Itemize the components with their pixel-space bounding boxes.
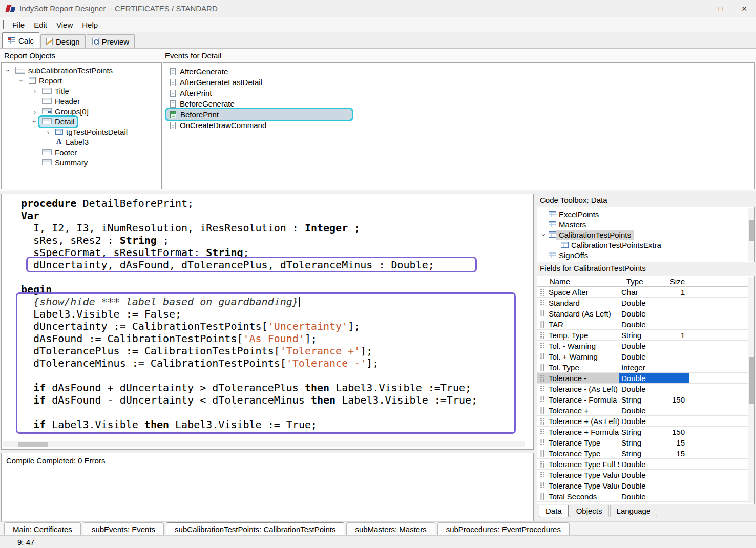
field-row-tolerance-formula[interactable]: Tolerance - FormulaString150 [537, 394, 748, 405]
chevron-right-icon[interactable]: › [44, 128, 53, 136]
drag-handle-icon[interactable] [540, 429, 545, 435]
chevron-right-icon[interactable]: › [30, 107, 39, 116]
drag-handle-icon[interactable] [540, 418, 545, 425]
chevron-right-icon[interactable]: › [30, 87, 39, 95]
field-name-cell: Tolerance Type Value [537, 480, 619, 491]
minimize-button[interactable]: ─ [685, 0, 709, 17]
drag-handle-icon[interactable] [540, 493, 545, 500]
scrollbar-thumb[interactable] [749, 220, 754, 241]
document-tab-submasters-masters[interactable]: subMasters: Masters [346, 522, 435, 535]
toolbox-item-masters[interactable]: Masters [537, 219, 754, 229]
menu-help[interactable]: Help [77, 18, 102, 31]
toolbox-tab-objects[interactable]: Objects [570, 505, 609, 517]
field-row-tolerance-type-value[interactable]: Tolerance Type ValueDouble [537, 480, 748, 491]
toolbox-tab-language[interactable]: Language [610, 505, 658, 517]
field-row-tolerance-type[interactable]: Tolerance TypeString15 [537, 448, 748, 459]
toolbox-item-signoffs[interactable]: SignOffs [537, 250, 754, 260]
chevron-down-icon[interactable]: › [31, 117, 39, 126]
tree-item-report[interactable]: ›Report [2, 75, 161, 86]
field-row-standard-as-left[interactable]: Standard (As Left)Double [537, 308, 748, 319]
tree-item-detail[interactable]: ›Detail [2, 116, 161, 127]
event-item-oncreatedrawcommand[interactable]: OnCreateDrawCommand [163, 120, 754, 131]
field-row-space-after[interactable]: Space AfterChar1 [537, 287, 748, 298]
event-item-beforegenerate[interactable]: BeforeGenerate [163, 98, 754, 109]
tree-item-title[interactable]: ›Title [2, 86, 161, 96]
drag-handle-icon[interactable] [540, 353, 545, 360]
drag-handle-icon[interactable] [540, 310, 545, 317]
fields-scrollbar[interactable] [748, 277, 754, 503]
event-item-aftergeneratelastdetail[interactable]: AfterGenerateLastDetail [163, 77, 754, 88]
code-horizontal-scrollbar[interactable] [3, 441, 525, 447]
drag-handle-icon[interactable] [540, 407, 545, 414]
drag-handle-icon[interactable] [540, 450, 545, 457]
document-tab-subcalibrationtestpoints-calibrationtestpoints[interactable]: subCalibrationTestPoints: CalibrationTes… [166, 522, 344, 535]
event-item-aftergenerate[interactable]: AfterGenerate [163, 66, 754, 77]
drag-handle-icon[interactable] [540, 482, 545, 489]
menu-edit[interactable]: Edit [29, 18, 52, 31]
field-row-tolerance-as-left[interactable]: Tolerance + (As Left)Double [537, 416, 748, 427]
tree-item-tgtestpointsdetail[interactable]: ›tgTestPointsDetail [2, 127, 161, 137]
drag-handle-icon[interactable] [540, 439, 545, 446]
close-button[interactable]: ✕ [732, 0, 756, 17]
chevron-down-icon[interactable]: › [540, 230, 549, 239]
tree-item-subcalibrationtestpoints[interactable]: ›subCalibrationTestPoints [2, 65, 161, 75]
scrollbar-thumb[interactable] [749, 357, 754, 404]
tree-item-header[interactable]: Header [2, 96, 161, 106]
tree-item-summary[interactable]: Summary [2, 157, 161, 167]
field-row-total-seconds[interactable]: Total SecondsDouble [537, 491, 748, 502]
toolbox-item-excelpoints[interactable]: ExcelPoints [537, 209, 754, 219]
menu-file[interactable]: File [8, 18, 29, 31]
toolbox-item-calibrationtestpointsextra[interactable]: CalibrationTestPointsExtra [537, 240, 754, 250]
document-tab-main-certificates[interactable]: Main: Certificates [4, 522, 81, 535]
drag-handle-icon[interactable] [540, 375, 545, 382]
tree-item-label3[interactable]: Label3 [2, 137, 161, 147]
tree-item-footer[interactable]: Footer [2, 147, 161, 157]
field-row-tolerance-formula[interactable]: Tolerance + FormulaString150 [537, 427, 748, 437]
drag-handle-icon[interactable] [540, 396, 545, 403]
field-row-temp-type[interactable]: Temp. TypeString1 [537, 330, 748, 341]
field-row-tar[interactable]: TARDouble [537, 319, 748, 330]
drag-handle-icon[interactable] [540, 343, 545, 349]
column-header-type[interactable]: Type [619, 276, 666, 286]
drag-handle-icon[interactable] [540, 321, 545, 328]
drag-handle-icon[interactable] [540, 386, 545, 392]
tab-calc[interactable]: Calc [2, 32, 39, 48]
field-row-tolerance-type-value[interactable]: Tolerance Type ValueDouble [537, 470, 748, 480]
field-type-cell: Double [619, 373, 666, 383]
field-row-tolerance-as-left[interactable]: Tolerance - (As Left)Double [537, 384, 748, 394]
code-editor[interactable]: procedure DetailBeforePrint;Var I, I2, I… [1, 194, 534, 450]
drag-handle-icon[interactable] [540, 289, 545, 296]
field-row-tol-warning[interactable]: Tol. - WarningDouble [537, 341, 748, 351]
chevron-down-icon[interactable]: › [17, 76, 26, 85]
toolbox-item-calibrationtestpoints[interactable]: ›CalibrationTestPoints [537, 229, 754, 240]
field-row-tolerance[interactable]: Tolerance +Double [537, 405, 748, 416]
drag-handle-icon[interactable] [540, 472, 545, 478]
maximize-button[interactable]: □ [709, 0, 732, 17]
field-row-tolerance-type[interactable]: Tolerance TypeString15 [537, 437, 748, 448]
toolbox-tab-data[interactable]: Data [539, 505, 569, 517]
field-row-tolerance-type-full-sc[interactable]: Tolerance Type Full ScDouble [537, 459, 748, 470]
document-tab-subprocedures-eventprocedures[interactable]: subProcedures: EventProcedures [437, 522, 570, 535]
event-item-afterprint[interactable]: AfterPrint [163, 88, 754, 98]
menu-view[interactable]: View [52, 18, 77, 31]
event-item-beforeprint[interactable]: BeforePrint [163, 109, 754, 120]
code-content[interactable]: procedure DetailBeforePrint;Var I, I2, I… [2, 197, 533, 431]
tree-item-groups-0[interactable]: ›Groups[0] [2, 106, 161, 116]
column-header-size[interactable]: Size [666, 276, 689, 286]
field-row-standard[interactable]: StandardDouble [537, 298, 748, 308]
tab-preview[interactable]: Preview [87, 34, 135, 48]
chevron-down-icon[interactable]: › [4, 66, 13, 75]
drag-handle-icon[interactable] [540, 332, 545, 339]
field-row-tol-type[interactable]: Tol. TypeInteger [537, 362, 748, 373]
document-tab-subevents-events[interactable]: subEvents: Events [83, 522, 164, 535]
scrollbar-thumb[interactable] [18, 442, 48, 447]
drag-handle-icon[interactable] [540, 300, 545, 306]
field-row-tol-warning[interactable]: Tol. + WarningDouble [537, 351, 748, 362]
field-row-tolerance[interactable]: Tolerance -Double [537, 373, 748, 384]
drag-handle-icon[interactable] [540, 364, 545, 371]
drag-handle-icon[interactable] [540, 461, 545, 468]
tab-design[interactable]: Design [40, 34, 86, 48]
toolbox-scrollbar[interactable] [748, 208, 754, 261]
column-header-name[interactable]: Name [537, 276, 619, 286]
field-name-cell: Tol. + Warning [537, 351, 619, 362]
